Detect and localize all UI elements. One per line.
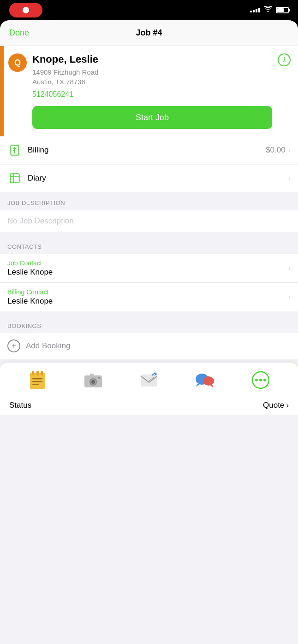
chat-icon: [195, 370, 215, 390]
add-booking-icon: +: [7, 340, 20, 352]
page-title: Job #4: [136, 28, 162, 38]
contacts-header: CONTACTS: [0, 236, 298, 254]
quote-button[interactable]: Quote ›: [263, 401, 289, 410]
bar1: [250, 11, 252, 12]
job-description-header: JOB DESCRIPTION: [0, 192, 298, 210]
svg-point-12: [91, 380, 95, 384]
customer-address: 14909 Fitzhugh Road Austin, TX 78736: [32, 67, 272, 87]
billing-label: Billing: [28, 146, 266, 155]
bar4: [258, 8, 260, 12]
toolbar-camera[interactable]: [83, 370, 103, 390]
avatar: Q: [8, 53, 27, 72]
menu-section: Billing $0.00 › Diary ›: [0, 136, 298, 192]
job-contact-chevron: ›: [288, 264, 291, 272]
add-booking-row[interactable]: + Add Booking: [0, 333, 298, 359]
job-contact-label: Job Contact: [7, 259, 288, 267]
svg-rect-8: [32, 384, 39, 385]
wifi-icon: [264, 6, 272, 14]
billing-contact-row[interactable]: Billing Contact Leslie Knope ›: [0, 283, 298, 311]
status-button[interactable]: Status: [9, 401, 31, 410]
record-button[interactable]: [9, 3, 42, 18]
quote-label: Quote: [263, 401, 284, 410]
camera-icon: [83, 370, 103, 390]
svg-rect-5: [41, 371, 43, 375]
billing-value: $0.00: [266, 146, 286, 155]
svg-rect-7: [32, 381, 42, 382]
address-line1: 14909 Fitzhugh Road: [32, 68, 98, 76]
svg-rect-15: [141, 375, 157, 386]
customer-details: Knope, Leslie 14909 Fitzhugh Road Austin…: [32, 53, 291, 129]
toolbar-chat[interactable]: [195, 370, 215, 390]
svg-point-17: [203, 376, 214, 386]
billing-contact-name: Leslie Knope: [7, 297, 288, 306]
diary-label: Diary: [28, 174, 288, 183]
address-line2: Austin, TX 78736: [32, 78, 85, 86]
svg-point-20: [259, 379, 262, 381]
billing-contact-chevron: ›: [288, 293, 291, 301]
contacts-list: Job Contact Leslie Knope › Billing Conta…: [0, 254, 298, 311]
app-container: Done Job #4 Q Knope, Leslie 14909 Fitzhu…: [0, 20, 298, 644]
billing-contact-info: Billing Contact Leslie Knope: [7, 288, 288, 306]
status-bar: [0, 0, 298, 20]
toolbar-email[interactable]: [139, 370, 159, 390]
diary-icon: [7, 171, 22, 186]
billing-icon: [7, 143, 22, 158]
svg-rect-1: [10, 174, 19, 183]
svg-point-14: [98, 377, 100, 379]
bottom-toolbar: [0, 363, 298, 396]
job-contact-name: Leslie Knope: [7, 268, 288, 277]
diary-row[interactable]: Diary ›: [0, 164, 298, 192]
svg-rect-6: [32, 378, 42, 380]
job-description-text[interactable]: No Job Description: [0, 210, 298, 232]
customer-phone[interactable]: 5124056241: [32, 90, 272, 99]
job-contact-row[interactable]: Job Contact Leslie Knope ›: [0, 254, 298, 283]
svg-rect-4: [36, 371, 39, 375]
notes-icon: [27, 370, 48, 390]
toolbar-notes[interactable]: [27, 370, 48, 390]
svg-rect-3: [32, 371, 34, 375]
email-icon: [139, 370, 159, 390]
start-job-button[interactable]: Start Job: [32, 106, 272, 129]
signal-bars: [250, 8, 260, 12]
bookings-header: BOOKINGS: [0, 315, 298, 333]
battery-fill: [277, 8, 284, 12]
more-icon: [250, 370, 271, 390]
customer-card: Q Knope, Leslie 14909 Fitzhugh Road Aust…: [0, 46, 298, 136]
status-bar-left: [9, 3, 42, 18]
svg-rect-13: [90, 374, 94, 376]
done-button[interactable]: Done: [9, 28, 29, 38]
bottom-bar: Status Quote ›: [0, 396, 298, 415]
job-contact-info: Job Contact Leslie Knope: [7, 259, 288, 277]
billing-contact-label: Billing Contact: [7, 288, 288, 296]
billing-row[interactable]: Billing $0.00 ›: [0, 136, 298, 164]
billing-chevron: ›: [288, 146, 291, 154]
svg-point-21: [263, 379, 266, 381]
bar3: [256, 9, 257, 12]
svg-point-19: [255, 379, 258, 381]
battery-icon: [276, 7, 289, 13]
diary-chevron: ›: [288, 174, 291, 182]
orange-line: [2, 46, 4, 136]
toolbar-more[interactable]: [250, 370, 271, 390]
record-dot: [23, 7, 29, 13]
customer-name: Knope, Leslie: [32, 53, 272, 65]
quote-chevron: ›: [286, 401, 289, 410]
bar2: [253, 10, 255, 12]
add-booking-label: Add Booking: [26, 341, 70, 351]
status-bar-right: [250, 6, 289, 14]
nav-bar: Done Job #4: [0, 20, 298, 46]
info-icon[interactable]: i: [278, 53, 291, 66]
